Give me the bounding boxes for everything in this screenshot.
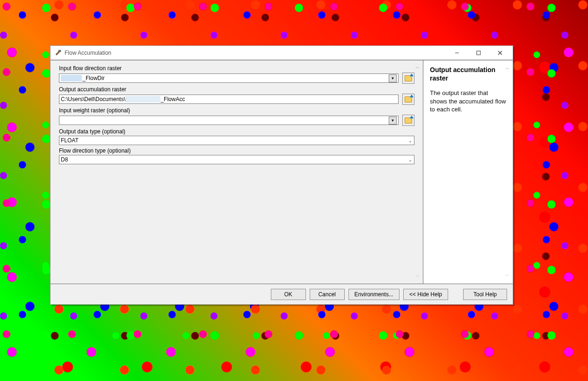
- output-type-select[interactable]: FLOAT ⌄: [59, 136, 414, 145]
- chevron-down-icon: ⌄: [408, 138, 412, 143]
- redacted-segment: .: [125, 96, 160, 103]
- dropdown-icon[interactable]: ▼: [389, 74, 397, 82]
- output-type-value: FLOAT: [61, 137, 79, 144]
- window-title: Flow Accumulation: [65, 50, 446, 56]
- output-accum-suffix: _FlowAcc: [160, 96, 185, 103]
- scroll-up-icon: ︿: [505, 66, 511, 70]
- folder-icon: [405, 117, 412, 124]
- svg-rect-0: [58, 50, 61, 52]
- help-body: The output raster that shows the accumul…: [430, 89, 506, 114]
- browse-input-flowdir-button[interactable]: [402, 73, 414, 84]
- output-accum-input[interactable]: C:\Users\Dell\Documents\._FlowAcc: [59, 95, 399, 104]
- input-flowdir-label: Input flow direction raster: [59, 65, 414, 72]
- main-scroll-indicator: ︿ ﹀: [415, 65, 421, 279]
- help-scroll-indicator: ︿ ﹀: [505, 66, 511, 278]
- scroll-down-icon: ﹀: [415, 275, 421, 279]
- close-button[interactable]: [489, 46, 511, 59]
- ok-button[interactable]: OK: [271, 289, 306, 300]
- maximize-button[interactable]: [468, 46, 489, 59]
- environments-button[interactable]: Environments...: [348, 289, 399, 300]
- scroll-up-icon: ︿: [415, 65, 421, 69]
- input-weight-label: Input weight raster (optional): [59, 107, 414, 114]
- output-type-label: Output data type (optional): [59, 128, 414, 135]
- chevron-down-icon: ⌄: [408, 157, 412, 162]
- flowdir-type-value: D8: [61, 156, 68, 163]
- folder-icon: [405, 75, 412, 81]
- browse-input-weight-button[interactable]: [402, 115, 414, 126]
- input-flowdir-combo[interactable]: ._FlowDir ▼: [59, 73, 399, 83]
- flow-accumulation-dialog: Flow Accumulation ︿ ﹀ Input flow directi…: [50, 45, 513, 305]
- hide-help-button[interactable]: << Hide Help: [403, 289, 448, 300]
- minimize-button[interactable]: [446, 46, 468, 59]
- scroll-down-icon: ﹀: [505, 274, 511, 278]
- folder-icon: [405, 96, 412, 103]
- dialog-footer: OK Cancel Environments... << Hide Help T…: [51, 284, 513, 304]
- tool-help-button[interactable]: Tool Help: [463, 289, 507, 300]
- flowdir-type-select[interactable]: D8 ⌄: [59, 155, 414, 164]
- output-accum-label: Output accumulation raster: [59, 86, 414, 93]
- input-flowdir-value: _FlowDir: [82, 75, 104, 81]
- flowdir-type-label: Flow direction type (optional): [59, 147, 414, 154]
- output-accum-prefix: C:\Users\Dell\Documents\: [61, 96, 125, 103]
- titlebar[interactable]: Flow Accumulation: [51, 46, 513, 60]
- hammer-icon: [54, 49, 62, 57]
- parameters-panel: ︿ ﹀ Input flow direction raster ._FlowDi…: [51, 60, 423, 284]
- help-panel: ︿ ﹀ Output accumulation raster The outpu…: [423, 60, 513, 284]
- input-weight-combo[interactable]: ▼: [59, 116, 399, 125]
- help-title: Output accumulation raster: [430, 66, 506, 82]
- cancel-button[interactable]: Cancel: [310, 289, 345, 300]
- svg-rect-2: [477, 51, 480, 55]
- redacted-segment: .: [61, 75, 82, 81]
- browse-output-accum-button[interactable]: [402, 94, 414, 105]
- dropdown-icon[interactable]: ▼: [389, 117, 397, 125]
